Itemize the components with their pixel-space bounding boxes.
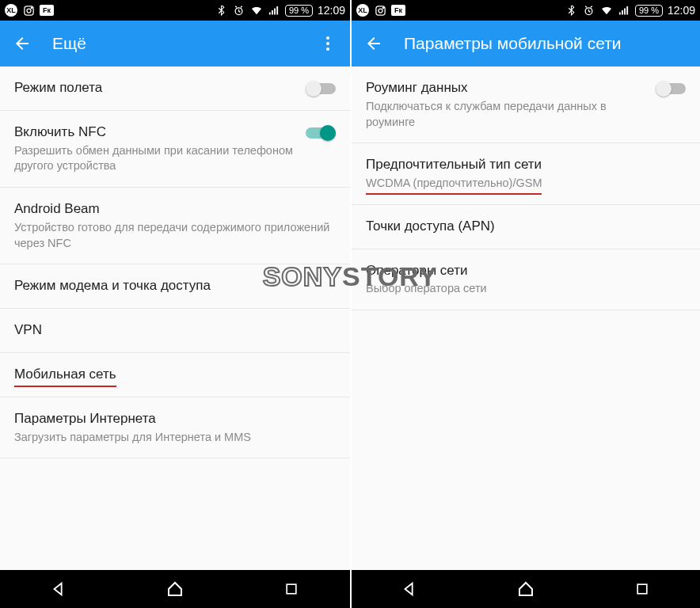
app-bar: Параметры мобильной сети — [352, 21, 700, 66]
wifi-icon — [250, 4, 263, 17]
nav-home-button[interactable] — [162, 576, 188, 602]
alarm-icon — [233, 4, 245, 17]
navigation-bar — [0, 570, 350, 608]
nfc-toggle[interactable] — [306, 125, 336, 141]
setting-title: Мобильная сеть — [14, 366, 336, 384]
clock: 12:09 — [668, 4, 695, 17]
setting-subtitle: Разрешить обмен данными при касании теле… — [14, 143, 296, 174]
setting-android-beam[interactable]: Android Beam Устройство готово для перед… — [0, 188, 350, 264]
setting-nfc[interactable]: Включить NFC Разрешить обмен данными при… — [0, 111, 350, 188]
setting-title: Режим полета — [14, 79, 296, 97]
setting-subtitle: WCDMA (предпочтительно)/GSM — [366, 176, 686, 192]
svg-rect-9 — [637, 584, 647, 594]
battery-indicator: 99 % — [285, 5, 313, 17]
signal-icon — [618, 4, 630, 17]
setting-title: Предпочтительный тип сети — [366, 156, 686, 174]
signal-icon — [268, 4, 280, 17]
setting-title: Включить NFC — [14, 124, 296, 142]
setting-subtitle: Выбор оператора сети — [366, 281, 686, 297]
setting-title: Операторы сети — [366, 262, 686, 280]
status-bar: XL Fк 99 % 12:09 — [0, 0, 350, 21]
phone-left: XL Fк 99 % 12:09 Ещё — [0, 0, 350, 608]
setting-title: Роуминг данных — [366, 79, 646, 97]
alarm-icon — [583, 4, 595, 17]
overflow-menu-button[interactable] — [317, 32, 339, 55]
back-button[interactable] — [11, 32, 33, 55]
nav-back-button[interactable] — [45, 576, 72, 602]
setting-apn[interactable]: Точки доступа (APN) — [352, 205, 700, 249]
nav-recents-button[interactable] — [629, 576, 656, 602]
setting-internet-params[interactable]: Параметры Интернета Загрузить параметры … — [0, 397, 350, 459]
phone-right: XL Fк 99 % 12:09 Парамет — [350, 0, 700, 608]
setting-subtitle: Загрузить параметры для Интернета и MMS — [14, 430, 336, 446]
instagram-icon — [22, 4, 35, 17]
setting-network-operators[interactable]: Операторы сети Выбор оператора сети — [352, 249, 700, 311]
bluetooth-icon — [565, 4, 578, 17]
setting-title: VPN — [14, 321, 336, 340]
battery-indicator: 99 % — [635, 5, 663, 17]
nav-recents-button[interactable] — [278, 576, 305, 602]
setting-tethering[interactable]: Режим модема и точка доступа — [0, 264, 350, 309]
settings-list: Роуминг данных Подключаться к службам пе… — [352, 66, 700, 570]
roaming-toggle[interactable] — [656, 81, 686, 97]
svg-point-2 — [31, 7, 32, 8]
svg-point-6 — [379, 9, 382, 13]
setting-mobile-network[interactable]: Мобильная сеть — [0, 353, 350, 397]
setting-subtitle: Подключаться к службам передачи данных в… — [366, 99, 646, 130]
wifi-icon — [600, 4, 613, 17]
status-bar: XL Fк 99 % 12:09 — [352, 0, 700, 21]
nav-back-button[interactable] — [396, 576, 423, 602]
settings-list: Режим полета Включить NFC Разрешить обме… — [0, 66, 350, 570]
setting-airplane-mode[interactable]: Режим полета — [0, 66, 350, 111]
instagram-icon — [374, 4, 386, 17]
page-title: Параметры мобильной сети — [404, 34, 689, 53]
bluetooth-icon — [215, 4, 228, 17]
airplane-toggle[interactable] — [306, 81, 336, 97]
setting-title: Android Beam — [14, 200, 336, 218]
xl-badge-icon: XL — [5, 4, 17, 17]
fk-badge-icon: Fк — [391, 5, 405, 16]
fk-badge-icon: Fк — [40, 5, 54, 16]
navigation-bar — [352, 570, 700, 608]
setting-subtitle: Устройство готово для передачи содержимо… — [14, 220, 336, 251]
setting-vpn[interactable]: VPN — [0, 309, 350, 353]
setting-preferred-network-type[interactable]: Предпочтительный тип сети WCDMA (предпоч… — [352, 143, 700, 205]
setting-title: Режим модема и точка доступа — [14, 277, 336, 295]
page-title: Ещё — [52, 34, 317, 53]
setting-title: Точки доступа (APN) — [366, 218, 686, 236]
setting-data-roaming[interactable]: Роуминг данных Подключаться к службам пе… — [352, 66, 700, 143]
nav-home-button[interactable] — [512, 576, 539, 602]
back-button[interactable] — [363, 32, 385, 55]
svg-point-7 — [382, 7, 383, 8]
svg-point-1 — [27, 9, 31, 13]
xl-badge-icon: XL — [356, 4, 369, 17]
setting-title: Параметры Интернета — [14, 410, 336, 428]
app-bar: Ещё — [0, 21, 350, 66]
clock: 12:09 — [318, 4, 345, 17]
svg-rect-4 — [287, 584, 296, 594]
